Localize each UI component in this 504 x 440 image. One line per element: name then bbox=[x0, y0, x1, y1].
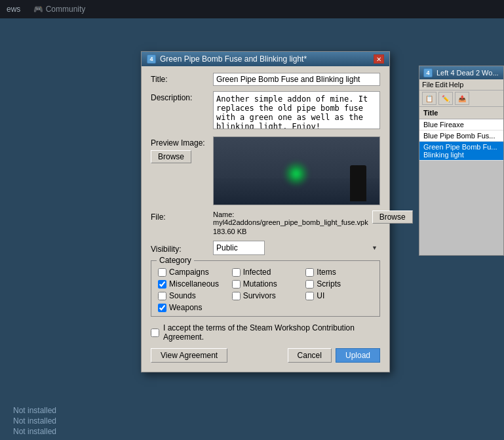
toolbar-icon-3[interactable]: 📤 bbox=[455, 92, 469, 105]
category-weapons[interactable]: Weapons bbox=[158, 303, 225, 312]
checkbox-campaigns[interactable] bbox=[158, 268, 166, 277]
close-button[interactable]: ✕ bbox=[374, 54, 384, 64]
category-group: Category Campaigns Infected Items bbox=[151, 260, 380, 317]
title-input[interactable] bbox=[213, 73, 380, 86]
menu-edit[interactable]: Edit bbox=[435, 81, 448, 89]
category-ui[interactable]: UI bbox=[305, 291, 373, 300]
dialog-body: Title: Description: Another simple addon… bbox=[142, 66, 389, 372]
top-nav: ews 🎮 Community bbox=[0, 0, 504, 18]
button-row: View Agreement Cancel Upload bbox=[151, 348, 380, 365]
label-items: Items bbox=[317, 268, 336, 277]
category-miscellaneous[interactable]: Miscellaneous bbox=[158, 279, 225, 289]
list-item-2[interactable]: Green Pipe Bomb Fu... Blinking light bbox=[419, 142, 503, 161]
file-size: 183.60 KB bbox=[213, 228, 368, 235]
preview-image-box bbox=[213, 136, 380, 205]
description-row: Description: Another simple addon of min… bbox=[151, 91, 380, 131]
category-mutations[interactable]: Mutations bbox=[232, 279, 300, 289]
label-sounds: Sounds bbox=[169, 291, 196, 300]
category-campaigns[interactable]: Campaigns bbox=[158, 268, 225, 277]
preview-image-label: Preview Image: bbox=[151, 136, 213, 148]
right-panel-titlebar[interactable]: 4 Left 4 Dead 2 Wo... bbox=[419, 66, 503, 79]
checkbox-weapons[interactable] bbox=[158, 304, 166, 312]
label-survivors: Survivors bbox=[243, 291, 276, 300]
file-label: File: bbox=[151, 210, 213, 222]
title-row: Title: bbox=[151, 73, 380, 86]
terms-label: I accept the terms of the Steam Workshop… bbox=[163, 323, 380, 342]
dialog-titlebar[interactable]: 4 Green Pipe Bomb Fuse and Blinking ligh… bbox=[142, 52, 389, 66]
category-items[interactable]: Items bbox=[305, 268, 373, 277]
visibility-select[interactable]: Public Friends Only Private bbox=[213, 241, 265, 255]
category-scripts[interactable]: Scripts bbox=[305, 279, 373, 289]
description-input[interactable]: Another simple addon of mine. It replace… bbox=[213, 91, 380, 129]
right-panel-list: Blue Fireaxe Blue Pipe Bomb Fus... Green… bbox=[419, 119, 503, 161]
right-panel-toolbar: 📋 ✏️ 📤 bbox=[419, 90, 503, 107]
list-item-0[interactable]: Blue Fireaxe bbox=[419, 119, 503, 130]
figure-silhouette bbox=[350, 165, 366, 201]
label-campaigns: Campaigns bbox=[169, 268, 209, 277]
nav-item-ews[interactable]: ews bbox=[7, 5, 20, 14]
view-agreement-button[interactable]: View Agreement bbox=[151, 348, 227, 363]
right-panel-icon: 4 bbox=[423, 68, 433, 77]
checkbox-sounds[interactable] bbox=[158, 292, 166, 300]
label-scripts: Scripts bbox=[317, 279, 341, 289]
browse-file-button[interactable]: Browse bbox=[372, 210, 413, 224]
terms-row: I accept the terms of the Steam Workshop… bbox=[151, 323, 380, 342]
visibility-label: Visibility: bbox=[151, 243, 213, 254]
upload-dialog: 4 Green Pipe Bomb Fuse and Blinking ligh… bbox=[141, 51, 390, 372]
toolbar-icon-1[interactable]: 📋 bbox=[422, 92, 436, 105]
checkbox-items[interactable] bbox=[305, 268, 314, 277]
right-panel-menu: File Edit Help bbox=[419, 79, 503, 90]
checkbox-infected[interactable] bbox=[232, 268, 241, 277]
list-item-1[interactable]: Blue Pipe Bomb Fus... bbox=[419, 130, 503, 142]
label-weapons: Weapons bbox=[169, 303, 202, 312]
file-name: Name: myl4d2addons/green_pipe_bomb_light… bbox=[213, 210, 368, 226]
menu-file[interactable]: File bbox=[422, 81, 434, 89]
right-panel-title: Left 4 Dead 2 Wo... bbox=[436, 69, 499, 77]
dialog-icon: 4 bbox=[147, 54, 156, 64]
browse-image-button[interactable]: Browse bbox=[151, 150, 191, 163]
label-ui: UI bbox=[317, 291, 324, 300]
category-grid: Campaigns Infected Items Miscellaneous bbox=[158, 268, 373, 312]
toolbar-icon-2[interactable]: ✏️ bbox=[438, 92, 453, 105]
action-buttons: Cancel Upload bbox=[288, 348, 380, 363]
checkbox-scripts[interactable] bbox=[305, 280, 314, 289]
visibility-row: Visibility: Public Friends Only Private bbox=[151, 241, 380, 255]
right-panel-column-header: Title bbox=[419, 107, 503, 119]
description-label: Description: bbox=[151, 91, 213, 102]
status-line-0: Not installed bbox=[13, 406, 491, 415]
checkbox-ui[interactable] bbox=[305, 292, 314, 300]
bottom-status: Not installed Not installed Not installe… bbox=[0, 402, 504, 440]
category-legend: Category bbox=[157, 256, 194, 265]
status-line-1: Not installed bbox=[13, 416, 491, 426]
nav-item-community[interactable]: 🎮 Community bbox=[33, 5, 85, 14]
title-label: Title: bbox=[151, 73, 213, 84]
dialog-title-text: Green Pipe Bomb Fuse and Blinking light* bbox=[160, 54, 307, 64]
category-survivors[interactable]: Survivors bbox=[232, 291, 300, 300]
right-panel: 4 Left 4 Dead 2 Wo... File Edit Help 📋 ✏… bbox=[419, 66, 504, 256]
checkbox-survivors[interactable] bbox=[232, 292, 241, 300]
preview-image-row: Preview Image: Browse bbox=[151, 136, 380, 205]
menu-help[interactable]: Help bbox=[449, 81, 464, 89]
cancel-button[interactable]: Cancel bbox=[288, 348, 332, 363]
label-mutations: Mutations bbox=[243, 279, 277, 289]
label-infected: Infected bbox=[243, 268, 271, 277]
terms-checkbox[interactable] bbox=[151, 329, 159, 337]
category-sounds[interactable]: Sounds bbox=[158, 291, 225, 300]
file-row: File: Name: myl4d2addons/green_pipe_bomb… bbox=[151, 210, 380, 235]
checkbox-mutations[interactable] bbox=[232, 280, 241, 289]
background-area: 4 Left 4 Dead 2 Wo... File Edit Help 📋 ✏… bbox=[0, 18, 504, 440]
status-line-2: Not installed bbox=[13, 427, 491, 436]
category-infected[interactable]: Infected bbox=[232, 268, 300, 277]
label-miscellaneous: Miscellaneous bbox=[169, 279, 219, 289]
checkbox-miscellaneous[interactable] bbox=[158, 280, 166, 289]
upload-button[interactable]: Upload bbox=[336, 348, 380, 363]
